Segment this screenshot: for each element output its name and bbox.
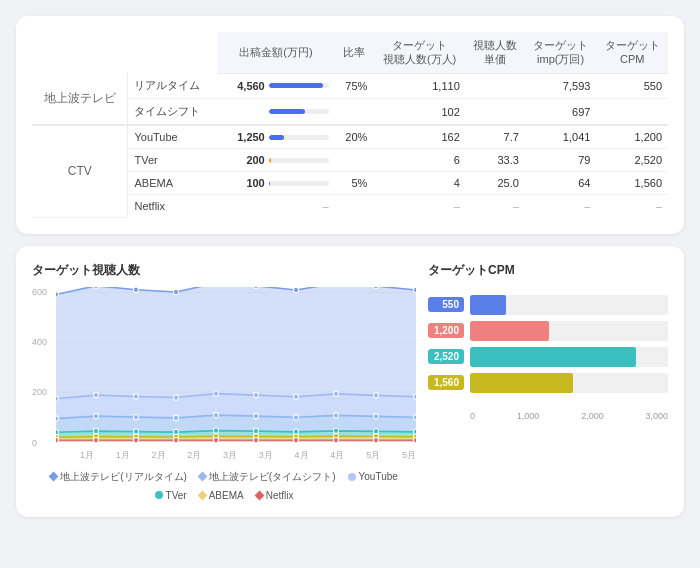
- bar-chart-title: ターゲットCPM: [428, 262, 668, 279]
- col-imp: ターゲットimp(万回): [525, 32, 597, 73]
- legend-label: 地上波テレビ(タイムシフト): [209, 470, 336, 484]
- hbar-row: 550: [428, 295, 668, 315]
- svg-point-7: [174, 289, 179, 295]
- svg-point-58: [214, 437, 219, 443]
- legend-label: TVer: [166, 490, 187, 501]
- svg-point-60: [294, 437, 299, 443]
- legend-marker: [254, 490, 264, 500]
- svg-point-31: [334, 412, 339, 418]
- bar-axis-label: 0: [470, 411, 475, 421]
- hbar-chart: 5501,2002,5201,560: [428, 287, 668, 407]
- col-cpa: 視聴人数単価: [466, 32, 525, 73]
- col-amount: 出稿金額(万円): [217, 32, 335, 73]
- area-chart: [56, 287, 416, 447]
- svg-point-27: [174, 415, 179, 421]
- bar-axis-label: 1,000: [517, 411, 540, 421]
- hbar-row: 2,520: [428, 347, 668, 367]
- row-ratio: 5%: [335, 172, 374, 195]
- chart-legend: 地上波テレビ(リアルタイム)地上波テレビ(タイムシフト)YouTubeTVerA…: [32, 470, 416, 501]
- legend-item: TVer: [155, 490, 187, 501]
- bar-axis-label: 3,000: [645, 411, 668, 421]
- svg-point-56: [134, 437, 139, 443]
- category-1: CTV: [32, 125, 128, 217]
- bar-chart-section: ターゲットCPM 5501,2002,5201,560 01,0002,0003…: [428, 262, 668, 501]
- row-amount: 1,250: [217, 125, 335, 149]
- row-label: TVer: [128, 149, 217, 172]
- svg-point-25: [94, 413, 99, 419]
- row-target: 6: [373, 149, 465, 172]
- legend-item: Netflix: [256, 490, 294, 501]
- row-imp: 79: [525, 149, 597, 172]
- svg-point-4: [56, 291, 59, 297]
- legend-marker: [348, 473, 356, 481]
- row-amount: –: [217, 195, 335, 218]
- hbar-fill: [470, 347, 636, 367]
- svg-point-19: [254, 392, 259, 398]
- hbar-label: 1,200: [428, 323, 464, 338]
- svg-point-63: [414, 437, 417, 443]
- row-label: YouTube: [128, 125, 217, 149]
- area-chart-section: ターゲット視聴人数 600 400 200 0 1月1月2月2月3月3月4月4月…: [32, 262, 416, 501]
- svg-point-39: [254, 428, 259, 434]
- row-ratio: [335, 149, 374, 172]
- svg-point-12: [374, 287, 379, 289]
- hbar-label: 2,520: [428, 349, 464, 364]
- hbar-fill: [470, 295, 506, 315]
- legend-marker: [49, 472, 59, 482]
- row-cpm: [596, 99, 668, 126]
- row-cpa: 33.3: [466, 149, 525, 172]
- legend-item: 地上波テレビ(リアルタイム): [50, 470, 187, 484]
- hbar-row: 1,200: [428, 321, 668, 341]
- svg-point-30: [294, 414, 299, 420]
- table-card: 出稿金額(万円) 比率 ターゲット視聴人数(万人) 視聴人数単価 ターゲットim…: [16, 16, 684, 234]
- row-label: Netflix: [128, 195, 217, 218]
- svg-point-33: [414, 414, 417, 420]
- legend-label: Netflix: [266, 490, 294, 501]
- svg-point-29: [254, 413, 259, 419]
- row-cpm: 550: [596, 73, 668, 99]
- row-imp: 697: [525, 99, 597, 126]
- col-ratio: 比率: [335, 32, 374, 73]
- svg-point-23: [414, 394, 417, 400]
- bar-axis-label: 2,000: [581, 411, 604, 421]
- category-0: 地上波テレビ: [32, 73, 128, 125]
- hbar-track: [470, 373, 668, 393]
- svg-point-62: [374, 437, 379, 443]
- hbar-row: 1,560: [428, 373, 668, 393]
- charts-card: ターゲット視聴人数 600 400 200 0 1月1月2月2月3月3月4月4月…: [16, 246, 684, 517]
- row-cpa: [466, 99, 525, 126]
- svg-point-24: [56, 415, 59, 421]
- svg-point-26: [134, 414, 139, 420]
- svg-point-59: [254, 437, 259, 443]
- row-target: –: [373, 195, 465, 218]
- legend-item: 地上波テレビ(タイムシフト): [199, 470, 336, 484]
- svg-point-21: [334, 391, 339, 397]
- row-cpm: 2,520: [596, 149, 668, 172]
- svg-point-22: [374, 392, 379, 398]
- svg-point-10: [294, 287, 299, 293]
- legend-marker: [197, 490, 207, 500]
- legend-marker: [197, 472, 207, 482]
- row-cpa: –: [466, 195, 525, 218]
- row-target: 1,110: [373, 73, 465, 99]
- row-imp: 7,593: [525, 73, 597, 99]
- y-axis: 600 400 200 0: [32, 287, 47, 462]
- row-amount: [217, 99, 335, 126]
- row-target: 102: [373, 99, 465, 126]
- row-ratio: 75%: [335, 73, 374, 99]
- area-chart-title: ターゲット視聴人数: [32, 262, 416, 279]
- svg-point-6: [134, 287, 139, 293]
- row-cpa: 7.7: [466, 125, 525, 149]
- svg-point-9: [254, 287, 259, 289]
- hbar-fill: [470, 373, 573, 393]
- row-cpm: 1,200: [596, 125, 668, 149]
- svg-point-18: [214, 390, 219, 396]
- col-target: ターゲット視聴人数(万人): [373, 32, 465, 73]
- legend-label: YouTube: [359, 471, 398, 482]
- legend-label: ABEMA: [209, 490, 244, 501]
- x-axis: 1月1月2月2月3月3月4月4月5月5月: [56, 449, 416, 462]
- svg-point-32: [374, 413, 379, 419]
- svg-point-38: [214, 427, 219, 433]
- row-imp: 64: [525, 172, 597, 195]
- row-label: タイムシフト: [128, 99, 217, 126]
